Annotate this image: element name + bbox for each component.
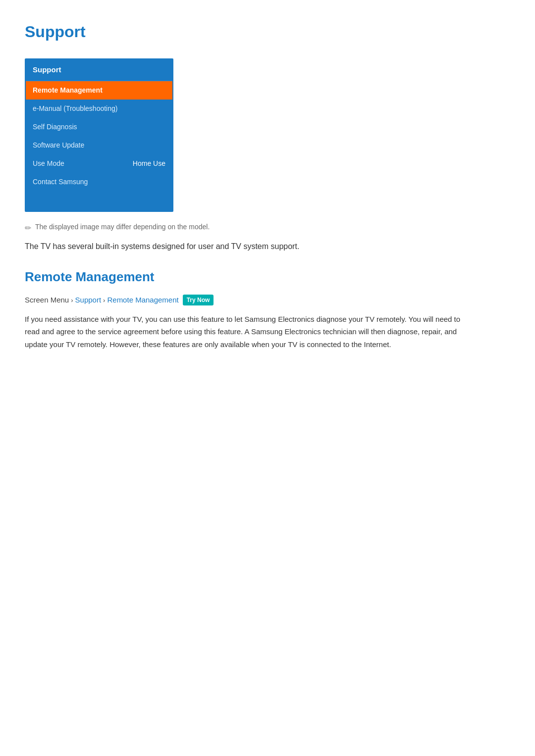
menu-item-self-diagnosis[interactable]: Self Diagnosis <box>26 118 172 136</box>
note-line: ✏ The displayed image may differ dependi… <box>25 222 510 234</box>
menu-item-remote-management[interactable]: Remote Management <box>26 81 172 100</box>
pencil-icon: ✏ <box>25 222 31 234</box>
menu-spacer <box>26 191 172 211</box>
try-now-badge[interactable]: Try Now <box>183 295 214 305</box>
menu-box: Support Remote Management e-Manual (Trou… <box>25 58 173 212</box>
section-title: Remote Management <box>25 267 510 287</box>
breadcrumb-link-support[interactable]: Support <box>75 295 102 306</box>
page-title: Support <box>25 20 510 44</box>
menu-item-emanual[interactable]: e-Manual (Troubleshooting) <box>26 100 172 118</box>
menu-item-use-mode[interactable]: Use Mode Home Use <box>26 154 172 173</box>
breadcrumb: Screen Menu › Support › Remote Managemen… <box>25 295 510 306</box>
intro-text: The TV has several built-in systems desi… <box>25 240 510 253</box>
note-text: The displayed image may differ depending… <box>35 222 210 232</box>
breadcrumb-prefix: Screen Menu <box>25 295 69 306</box>
menu-header: Support <box>26 59 172 81</box>
breadcrumb-sep1: › <box>71 296 73 305</box>
section-description: If you need assistance with your TV, you… <box>25 313 471 351</box>
breadcrumb-link-remote-management[interactable]: Remote Management <box>107 295 178 306</box>
menu-item-software-update[interactable]: Software Update <box>26 136 172 154</box>
menu-item-contact-samsung[interactable]: Contact Samsung <box>26 173 172 191</box>
breadcrumb-sep2: › <box>103 296 105 305</box>
